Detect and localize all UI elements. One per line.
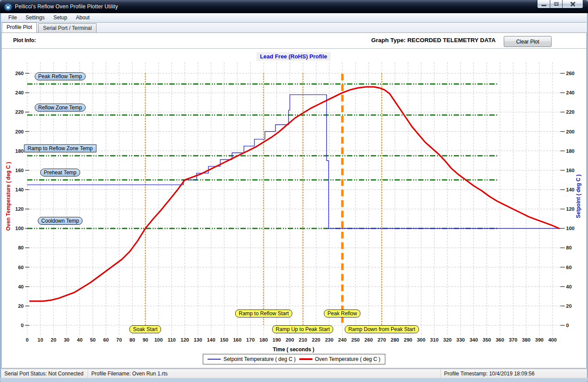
profile-filename: Profile Filename: Oven Run 1.rts bbox=[88, 369, 441, 378]
minimize-icon bbox=[541, 5, 546, 6]
app-window: Pellicci's Reflow Oven Profile Plotter U… bbox=[0, 0, 588, 382]
plot-info-label: Plot Info: bbox=[13, 37, 36, 43]
app-paw-icon bbox=[4, 3, 12, 11]
profile-plot-tab-page bbox=[1, 32, 587, 368]
serial-port-status: Serial Port Status: Not Connected bbox=[1, 369, 88, 378]
x-axis-label: Time ( seconds ) bbox=[273, 346, 314, 353]
minimize-button[interactable] bbox=[537, 0, 550, 8]
legend-line-swatch bbox=[299, 358, 312, 360]
header-separator bbox=[2, 48, 586, 49]
legend-line-swatch bbox=[208, 359, 221, 360]
menu-item-about[interactable]: About bbox=[72, 14, 94, 22]
legend-item-setpoint-temperature-deg-c: Setpoint Temperature ( deg C ) bbox=[208, 356, 296, 362]
status-bar: Serial Port Status: Not Connected Profil… bbox=[1, 369, 587, 378]
caption-buttons bbox=[537, 0, 583, 8]
y-axis-label-right: Setpoint ( deg C ) bbox=[575, 174, 581, 218]
maximize-icon bbox=[554, 2, 559, 6]
close-icon bbox=[570, 1, 576, 7]
window-title: Pellicci's Reflow Oven Profile Plotter U… bbox=[15, 4, 118, 10]
maximize-button[interactable] bbox=[550, 0, 563, 8]
graph-type-label: Graph Type: RECORDED TELEMETRY DATA bbox=[371, 37, 496, 43]
menu-item-setup[interactable]: Setup bbox=[49, 14, 72, 22]
legend-item-oven-temperature-deg-c: Oven Temperature ( deg C ) bbox=[299, 356, 380, 362]
menu-item-file[interactable]: File bbox=[4, 14, 21, 22]
chart-title: Lead Free (RoHS) Profile bbox=[256, 52, 330, 61]
title-bar: Pellicci's Reflow Oven Profile Plotter U… bbox=[0, 0, 588, 13]
tab-serial-port-terminal[interactable]: Serial Port / Terminal bbox=[38, 23, 97, 32]
menu-item-settings[interactable]: Settings bbox=[21, 14, 49, 22]
tab-profile-plot[interactable]: Profile Plot bbox=[2, 22, 37, 32]
tab-strip: Profile PlotSerial Port / Terminal bbox=[1, 23, 587, 32]
window-bottom-edge bbox=[0, 378, 588, 382]
clear-plot-button[interactable]: Clear Plot bbox=[504, 36, 552, 47]
close-button[interactable] bbox=[563, 0, 583, 8]
legend-label: Oven Temperature ( deg C ) bbox=[315, 356, 380, 362]
legend-label: Setpoint Temperature ( deg C ) bbox=[223, 356, 296, 362]
profile-timestamp: Profile Timestamp: 10/4/2019 18:09:56 bbox=[441, 369, 587, 378]
chart-legend: Setpoint Temperature ( deg C )Oven Tempe… bbox=[203, 354, 385, 364]
menu-bar: FileSettingsSetupAbout bbox=[1, 13, 587, 22]
y-axis-label-left: Oven Temperature ( deg C ) bbox=[5, 162, 11, 231]
